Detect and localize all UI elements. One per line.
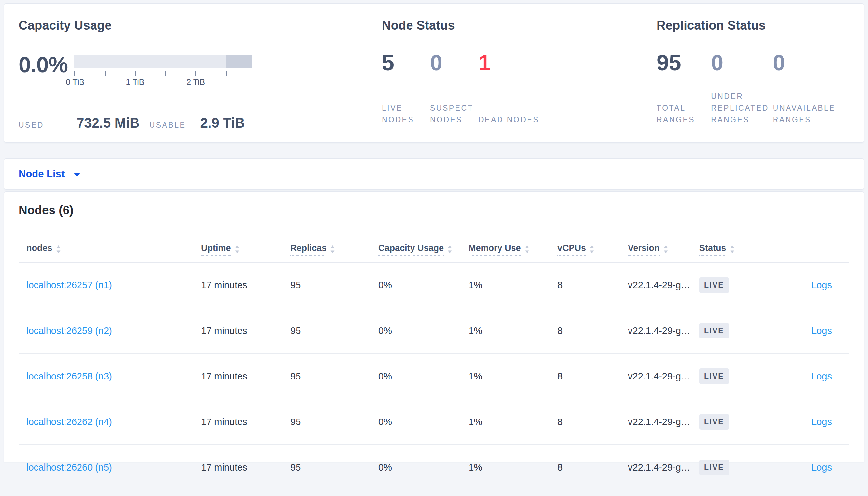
gauge-tick: [226, 71, 227, 76]
node-status-panel: Node Status 5 LIVE NODES 0 SUSPECT NODES…: [368, 18, 642, 142]
table-row-n5: localhost:26260 (n5) 17 minutes 95 0% 1%…: [18, 445, 850, 491]
replicas-cell: 95: [290, 280, 378, 291]
capacity-gauge-segment: [226, 55, 252, 68]
capacity-cell: 0%: [378, 280, 468, 291]
uptime-cell: 17 minutes: [201, 325, 290, 336]
status-badge: LIVE: [699, 368, 729, 384]
vcpus-cell: 8: [557, 371, 628, 382]
version-cell: v22.1.4-29-g…: [628, 325, 699, 336]
logs-link[interactable]: Logs: [811, 325, 832, 336]
uptime-cell: 17 minutes: [201, 280, 290, 291]
gauge-tick-label: 2 TiB: [186, 77, 205, 87]
stat-suspect-nodes: 0 SUSPECT NODES: [430, 50, 478, 126]
capacity-gauge-ticks: [74, 68, 252, 77]
total-ranges-label: TOTAL RANGES: [657, 102, 707, 126]
replicas-cell: 95: [290, 417, 378, 427]
stat-under-replicated-ranges: 0 UNDER-REPLICATED RANGES: [711, 50, 773, 126]
node-link[interactable]: localhost:26257 (n1): [26, 280, 112, 290]
gauge-tick-label: 0 TiB: [66, 77, 85, 87]
vcpus-cell: 8: [557, 325, 628, 336]
caret-down-icon: [74, 173, 80, 177]
logs-link[interactable]: Logs: [811, 280, 832, 290]
nodes-card: Nodes (6) nodes Uptime Replicas Capacity…: [4, 191, 864, 462]
table-row-n3: localhost:26258 (n3) 17 minutes 95 0% 1%…: [18, 354, 850, 399]
memory-cell: 1%: [468, 462, 557, 473]
version-cell: v22.1.4-29-g…: [628, 280, 699, 291]
column-header-vcpus[interactable]: vCPUs: [557, 243, 628, 256]
replicas-cell: 95: [290, 325, 378, 336]
used-value: 732.5 MiB: [77, 115, 140, 131]
logs-link[interactable]: Logs: [811, 462, 832, 472]
column-header-status[interactable]: Status: [699, 243, 784, 256]
capacity-usage-panel: Capacity Usage 0.0% 0 TiB 1 TiB: [18, 18, 368, 142]
suspect-nodes-label: SUSPECT NODES: [430, 102, 475, 126]
status-badge: LIVE: [699, 277, 729, 293]
live-nodes-label: LIVE NODES: [382, 102, 426, 126]
memory-cell: 1%: [468, 417, 557, 427]
unavailable-ranges-count: 0: [773, 50, 860, 75]
status-badge: LIVE: [699, 414, 729, 430]
view-selector-dropdown[interactable]: Node List: [18, 168, 80, 180]
usable-label: USABLE: [150, 121, 186, 129]
sort-icon: [330, 245, 335, 253]
replicas-cell: 95: [290, 462, 378, 473]
column-header-capacity-usage[interactable]: Capacity Usage: [378, 243, 468, 256]
sort-icon: [664, 245, 668, 253]
status-badge: LIVE: [699, 323, 729, 339]
node-link[interactable]: localhost:26260 (n5): [26, 462, 112, 472]
sort-icon: [525, 245, 529, 253]
stat-live-nodes: 5 LIVE NODES: [382, 50, 430, 126]
capacity-cell: 0%: [378, 462, 468, 473]
column-header-replicas[interactable]: Replicas: [290, 243, 378, 256]
suspect-nodes-count: 0: [430, 50, 475, 75]
column-header-uptime[interactable]: Uptime: [201, 243, 290, 256]
gauge-tick: [195, 71, 196, 76]
capacity-cell: 0%: [378, 325, 468, 336]
capacity-used-usable-row: USED 732.5 MiB USABLE 2.9 TiB: [18, 115, 368, 131]
under-replicated-count: 0: [711, 50, 769, 75]
vcpus-cell: 8: [557, 462, 628, 473]
live-nodes-count: 5: [382, 50, 426, 75]
view-selector-card: Node List: [4, 158, 864, 190]
logs-link[interactable]: Logs: [811, 371, 832, 382]
capacity-cell: 0%: [378, 417, 468, 427]
uptime-cell: 17 minutes: [201, 371, 290, 382]
vcpus-cell: 8: [557, 417, 628, 427]
gauge-tick: [74, 71, 75, 76]
gauge-tick: [165, 71, 166, 76]
capacity-gauge-bar: [74, 55, 252, 68]
capacity-gauge: 0 TiB 1 TiB 2 TiB: [74, 55, 252, 88]
column-header-version[interactable]: Version: [628, 243, 699, 256]
sort-icon: [448, 245, 452, 253]
replication-status-panel: Replication Status 95 TOTAL RANGES 0 UND…: [642, 18, 864, 142]
dead-nodes-label: DEAD NODES: [478, 114, 539, 126]
column-header-nodes[interactable]: nodes: [18, 243, 201, 256]
table-row-n2: localhost:26259 (n2) 17 minutes 95 0% 1%…: [18, 308, 850, 354]
capacity-usage-title: Capacity Usage: [18, 18, 368, 33]
gauge-tick: [105, 71, 106, 76]
nodes-section-title: Nodes (6): [18, 203, 850, 217]
table-row-n1: localhost:26257 (n1) 17 minutes 95 0% 1%…: [18, 263, 850, 308]
under-replicated-label: UNDER-REPLICATED RANGES: [711, 91, 769, 126]
logs-link[interactable]: Logs: [811, 417, 832, 427]
column-header-memory-use[interactable]: Memory Use: [468, 243, 557, 256]
used-label: USED: [18, 121, 44, 129]
stat-total-ranges: 95 TOTAL RANGES: [657, 50, 711, 126]
sort-icon: [730, 245, 734, 253]
node-link[interactable]: localhost:26262 (n4): [26, 417, 112, 427]
capacity-cell: 0%: [378, 371, 468, 382]
cluster-overview-card: Capacity Usage 0.0% 0 TiB 1 TiB: [4, 3, 864, 142]
stat-dead-nodes: 1 DEAD NODES: [478, 50, 543, 126]
gauge-tick-label: 1 TiB: [126, 77, 144, 87]
sort-icon: [590, 245, 594, 253]
capacity-gauge-labels: 0 TiB 1 TiB 2 TiB: [74, 77, 252, 88]
replicas-cell: 95: [290, 371, 378, 382]
node-link[interactable]: localhost:26258 (n3): [26, 371, 112, 382]
replication-status-title: Replication Status: [657, 18, 864, 33]
memory-cell: 1%: [468, 280, 557, 291]
sort-icon: [235, 245, 239, 253]
vcpus-cell: 8: [557, 280, 628, 291]
version-cell: v22.1.4-29-g…: [628, 417, 699, 427]
memory-cell: 1%: [468, 371, 557, 382]
node-link[interactable]: localhost:26259 (n2): [26, 325, 112, 336]
